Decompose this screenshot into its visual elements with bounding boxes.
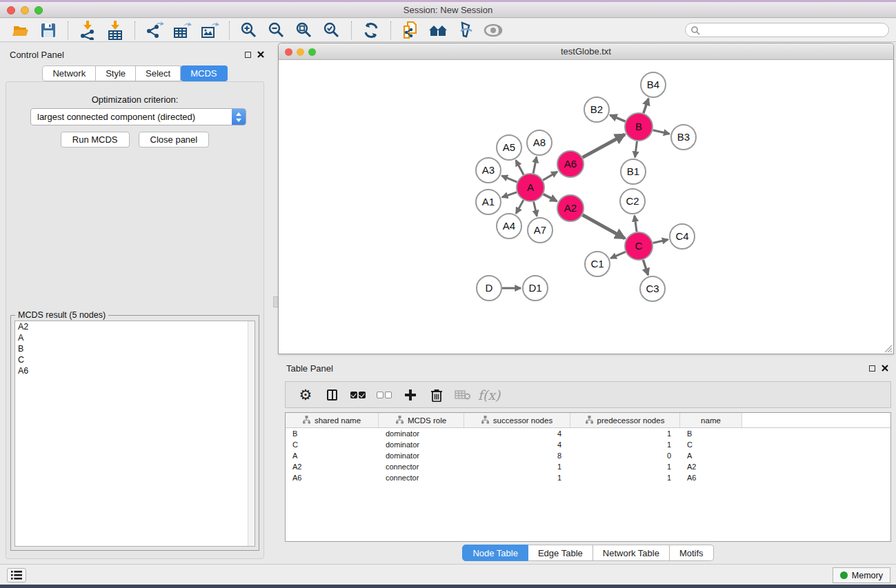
- deselect-all-button[interactable]: [371, 385, 397, 405]
- cell-name[interactable]: C: [680, 440, 742, 449]
- column-header-successor-nodes[interactable]: successor nodes: [464, 413, 570, 427]
- edge-C-C2[interactable]: [635, 216, 637, 232]
- clone-network-button[interactable]: [397, 20, 424, 41]
- tab-style[interactable]: Style: [96, 65, 136, 81]
- function-builder-button[interactable]: f(x): [476, 385, 502, 405]
- mcds-result-list[interactable]: A2ABCA6: [14, 321, 255, 547]
- result-scrollbar[interactable]: [248, 321, 255, 546]
- refresh-button[interactable]: [357, 20, 385, 41]
- edge-B-B1[interactable]: [635, 141, 637, 157]
- result-item[interactable]: A2: [15, 321, 255, 332]
- node-table[interactable]: shared nameMCDS rolesuccessor nodesprede…: [285, 412, 891, 542]
- cell-mcds-role[interactable]: dominator: [379, 429, 464, 438]
- result-item[interactable]: C: [15, 354, 255, 365]
- tab-motifs[interactable]: Motifs: [670, 545, 714, 561]
- graphics-details-button[interactable]: [452, 20, 479, 41]
- criterion-dropdown[interactable]: largest connected component (directed): [30, 108, 246, 125]
- cell-shared-name[interactable]: B: [286, 429, 379, 438]
- cell-predecessor-nodes[interactable]: 1: [570, 463, 680, 471]
- cell-predecessor-nodes[interactable]: 1: [570, 429, 680, 438]
- cell-shared-name[interactable]: A6: [286, 474, 379, 482]
- export-image-button[interactable]: [196, 20, 223, 41]
- table-row[interactable]: A6connector11A6: [286, 472, 890, 483]
- cell-shared-name[interactable]: A2: [286, 463, 379, 471]
- export-table-button[interactable]: [168, 20, 196, 41]
- edge-A2-C[interactable]: [582, 215, 624, 239]
- column-header-mcds-role[interactable]: MCDS role: [379, 413, 464, 427]
- edge-C-C1[interactable]: [610, 252, 625, 258]
- column-header-predecessor-nodes[interactable]: predecessor nodes: [570, 413, 680, 427]
- cell-successor-nodes[interactable]: 1: [464, 474, 570, 482]
- tab-network[interactable]: Network: [42, 65, 96, 81]
- delete-table-button[interactable]: [450, 385, 476, 405]
- edge-A-A7[interactable]: [534, 201, 537, 216]
- table-row[interactable]: Bdominator41B: [286, 428, 890, 439]
- close-panel-icon[interactable]: [257, 51, 264, 58]
- memory-button[interactable]: Memory: [833, 567, 890, 583]
- edge-C-C3[interactable]: [643, 260, 648, 275]
- cell-name[interactable]: A: [680, 452, 742, 460]
- search-input[interactable]: [704, 26, 884, 35]
- edge-A-A3[interactable]: [501, 176, 517, 182]
- edge-B-B4[interactable]: [644, 99, 648, 113]
- zoom-fit-button[interactable]: [290, 20, 318, 41]
- edge-A-A6[interactable]: [543, 172, 557, 180]
- edge-A-A1[interactable]: [502, 192, 517, 197]
- delete-column-button[interactable]: [424, 385, 450, 405]
- result-item[interactable]: A: [15, 332, 255, 343]
- network-window-titlebar[interactable]: testGlobe.txt: [279, 43, 893, 60]
- close-window-icon[interactable]: [7, 6, 15, 14]
- tab-mcds[interactable]: MCDS: [181, 65, 227, 81]
- network-minimize-icon[interactable]: [297, 48, 304, 56]
- export-network-button[interactable]: [141, 20, 168, 41]
- tab-network-table[interactable]: Network Table: [593, 545, 670, 561]
- search-field[interactable]: [685, 23, 889, 37]
- birds-eye-view-button[interactable]: [479, 20, 507, 41]
- cell-predecessor-nodes[interactable]: 1: [570, 474, 680, 482]
- result-item[interactable]: A6: [15, 365, 255, 376]
- table-row[interactable]: A2connector11A2: [286, 461, 890, 472]
- select-all-button[interactable]: [345, 385, 371, 405]
- import-table-button[interactable]: [101, 20, 129, 41]
- cell-mcds-role[interactable]: connector: [379, 463, 464, 471]
- cell-name[interactable]: B: [680, 429, 742, 438]
- table-row[interactable]: Adominator80A: [286, 450, 890, 461]
- float-panel-icon[interactable]: [245, 52, 251, 58]
- cell-name[interactable]: A6: [680, 474, 742, 482]
- cell-shared-name[interactable]: A: [286, 452, 379, 460]
- network-maximize-icon[interactable]: [308, 48, 316, 56]
- edge-A-A8[interactable]: [533, 157, 537, 174]
- import-network-button[interactable]: [74, 20, 101, 41]
- zoom-selected-button[interactable]: [318, 20, 346, 41]
- cell-name[interactable]: A2: [680, 463, 742, 471]
- cell-predecessor-nodes[interactable]: 0: [570, 452, 680, 460]
- save-session-button[interactable]: [34, 20, 62, 41]
- tab-select[interactable]: Select: [136, 65, 181, 81]
- column-header-name[interactable]: name: [680, 413, 742, 427]
- open-session-button[interactable]: [7, 20, 34, 41]
- cell-shared-name[interactable]: C: [286, 440, 379, 449]
- close-panel-button[interactable]: Close panel: [139, 132, 210, 148]
- edge-A-A2[interactable]: [544, 194, 557, 201]
- zoom-out-button[interactable]: [263, 20, 290, 41]
- minimize-window-icon[interactable]: [21, 6, 29, 14]
- add-column-button[interactable]: [397, 385, 424, 405]
- cell-mcds-role[interactable]: dominator: [379, 440, 464, 449]
- home-button[interactable]: [424, 20, 452, 41]
- edge-C-C4[interactable]: [653, 240, 668, 243]
- result-item[interactable]: B: [15, 343, 255, 354]
- run-mcds-button[interactable]: Run MCDS: [61, 132, 130, 148]
- edge-B-B3[interactable]: [653, 130, 669, 134]
- table-options-button[interactable]: ⚙: [292, 385, 319, 405]
- cell-successor-nodes[interactable]: 4: [464, 429, 570, 438]
- table-row[interactable]: Cdominator41C: [286, 439, 890, 450]
- resize-grip-icon[interactable]: [883, 343, 893, 353]
- close-table-panel-icon[interactable]: [882, 365, 888, 372]
- network-canvas[interactable]: B4B2BB3A8A5A6A3B1AC2A1A2A4A7C4CC1C3DD1: [279, 60, 893, 354]
- network-close-icon[interactable]: [285, 48, 292, 56]
- edge-A-A4[interactable]: [516, 200, 524, 213]
- float-table-panel-icon[interactable]: [869, 365, 875, 372]
- task-history-button[interactable]: [7, 568, 26, 582]
- tab-node-table[interactable]: Node Table: [462, 545, 528, 561]
- edge-A6-B[interactable]: [583, 134, 625, 157]
